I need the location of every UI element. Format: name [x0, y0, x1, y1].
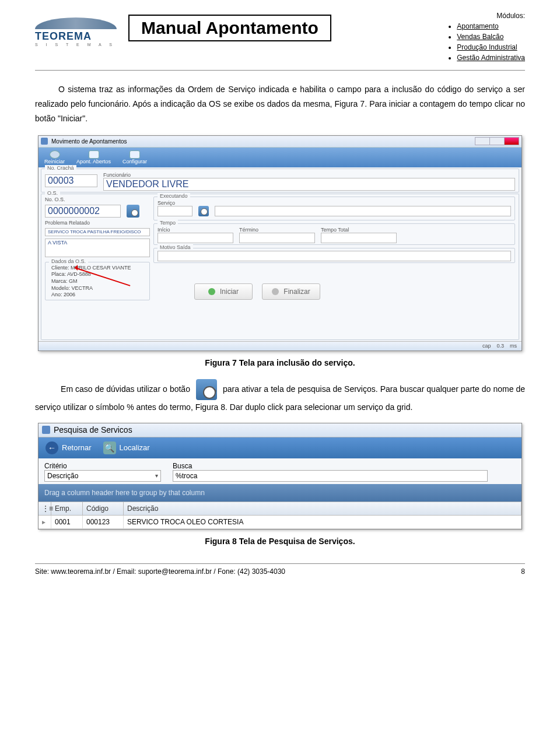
stop-icon: [272, 288, 279, 295]
search-os-icon[interactable]: [127, 205, 139, 218]
window-title: Pesquisa de Servicos: [54, 425, 132, 434]
chevron-down-icon: ▾: [155, 472, 158, 479]
logo-text: TEOREMA: [35, 30, 117, 43]
page-footer: Site: www.teorema.inf.br / Email: suport…: [35, 567, 525, 576]
module-item: Apontamento: [457, 22, 525, 30]
row-indicator-icon: ▸: [38, 516, 51, 528]
back-arrow-icon: ←: [46, 441, 58, 454]
document-header: TEOREMA S I S T E M A S Manual Apontamen…: [35, 12, 525, 64]
logo: TEOREMA S I S T E M A S: [35, 12, 117, 47]
maximize-button[interactable]: [489, 137, 505, 145]
motivo-field: [158, 251, 511, 261]
module-item: Vendas Balcão: [457, 33, 525, 41]
figure-8-caption: Figura 8 Tela de Pesquisa de Serviços.: [35, 537, 525, 546]
tempototal-field: [321, 233, 397, 243]
search-icon: 🔍: [103, 441, 116, 454]
paragraph-2a: Em caso de dúvidas utilizar o botão: [61, 384, 190, 393]
row-selector-header: ⋮≡: [38, 502, 51, 515]
avista-field: A VISTA: [45, 239, 150, 257]
col-emp[interactable]: Emp.: [51, 502, 83, 515]
window-titlebar: Pesquisa de Servicos: [38, 423, 522, 437]
screenshot-figure-8: Pesquisa de Servicos ← Retornar 🔍 Locali…: [38, 423, 522, 530]
funcionario-field: VENDEDOR LIVRE: [103, 178, 515, 191]
table-row[interactable]: ▸ 0001 000123 SERVICO TROCA OLEO CORTESI…: [38, 516, 522, 529]
ribbon-toolbar: ← Retornar 🔍 Localizar: [38, 437, 522, 458]
document-title-box: Manual Apontamento: [128, 15, 331, 41]
app-icon: [42, 426, 50, 434]
group-by-bar[interactable]: Drag a column header here to group by th…: [38, 484, 522, 502]
window-titlebar: Movimento de Apontamentos: [38, 136, 522, 148]
busca-input[interactable]: %troca: [173, 470, 488, 482]
play-icon: [208, 288, 215, 295]
cell-codigo: 000123: [83, 516, 124, 528]
footer-divider: [35, 563, 525, 564]
servico-name-field: [215, 206, 511, 216]
inicio-field: [158, 233, 233, 243]
servico-code-input[interactable]: [158, 206, 192, 216]
fieldset-cracha: No. Crachá 00003 Funcionário VENDEDOR LI…: [41, 169, 519, 192]
localizar-button[interactable]: 🔍 Localizar: [103, 441, 150, 454]
modules-list: Módulos: Apontamento Vendas Balcão Produ…: [445, 12, 525, 64]
criterio-select[interactable]: Descrição ▾: [44, 470, 161, 482]
search-servico-icon[interactable]: [198, 206, 209, 216]
cracha-input[interactable]: 00003: [45, 174, 97, 187]
grid-header: ⋮≡ Emp. Código Descrição: [38, 502, 522, 516]
annotation-arrow-icon: [75, 267, 133, 285]
col-descricao[interactable]: Descrição: [124, 502, 522, 515]
status-bar: cap 0.3 ms: [38, 341, 522, 351]
col-codigo[interactable]: Código: [83, 502, 124, 515]
page-number: 8: [521, 567, 525, 576]
document-title: Manual Apontamento: [141, 18, 318, 37]
module-item: Gestão Administrativa: [457, 54, 525, 62]
modules-heading: Módulos:: [445, 12, 525, 20]
logo-subtext: S I S T E M A S: [35, 43, 117, 47]
finalizar-button[interactable]: Finalizar: [262, 283, 320, 300]
search-icon: [196, 379, 217, 400]
apont-abertos-button[interactable]: Apont. Abertos: [76, 150, 111, 164]
window-title: Movimento de Apontamentos: [51, 138, 127, 145]
figure-7-caption: Figura 7 Tela para inclusão do serviço.: [35, 358, 525, 367]
minimize-button[interactable]: [475, 137, 490, 145]
reiniciar-button[interactable]: Reiniciar: [44, 150, 65, 164]
busca-label: Busca: [173, 462, 516, 470]
paragraph-1: O sistema traz as informações da Ordem d…: [35, 82, 525, 127]
app-toolbar: Reiniciar Apont. Abertos Configurar: [38, 148, 522, 167]
configurar-button[interactable]: Configurar: [123, 150, 147, 164]
module-item: Produção Industrial: [457, 43, 525, 51]
cell-emp: 0001: [51, 516, 83, 528]
screenshot-figure-7: Movimento de Apontamentos Reiniciar Apon…: [38, 135, 522, 351]
criterio-label: Critério: [44, 462, 161, 470]
header-divider: [35, 70, 525, 71]
os-input[interactable]: 0000000002: [45, 205, 121, 218]
termino-field: [239, 233, 315, 243]
list-icon: [89, 150, 99, 159]
retornar-button[interactable]: ← Retornar: [46, 441, 92, 454]
gear-icon: [130, 150, 140, 159]
cell-descricao: SERVICO TROCA OLEO CORTESIA: [124, 516, 522, 528]
refresh-icon: [50, 150, 60, 159]
fieldset-os: O.S. No. O.S. 0000000002 Problema Relata…: [41, 194, 519, 340]
footer-text: Site: www.teorema.inf.br / Email: suport…: [35, 567, 285, 576]
problema-field: SERVICO TROCA PASTILHA FREIO/DISCO: [45, 228, 150, 236]
app-icon: [41, 138, 48, 145]
iniciar-button[interactable]: Iniciar: [194, 283, 253, 300]
close-button[interactable]: [504, 137, 519, 145]
